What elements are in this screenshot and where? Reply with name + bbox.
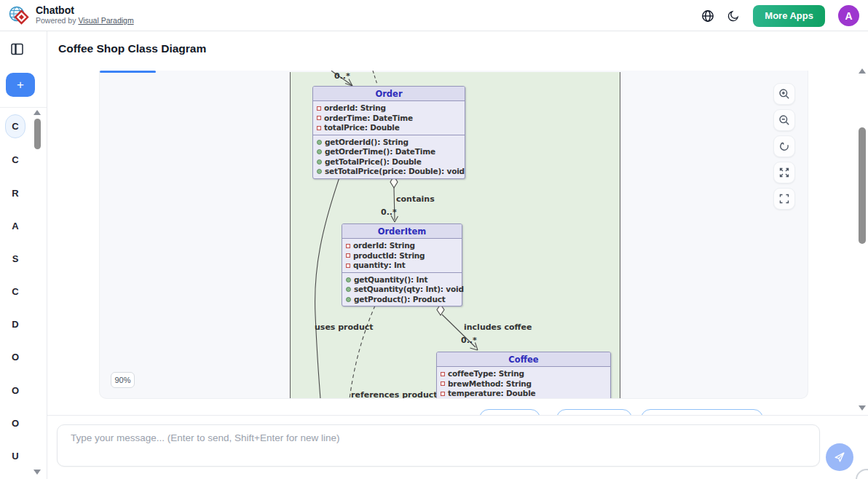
uml-class-coffee: Coffee coffeeType: String brewMethod: St… bbox=[436, 352, 611, 399]
page-title: Coffee Shop Class Diagram bbox=[58, 42, 206, 55]
scroll-up-arrow-icon[interactable] bbox=[33, 110, 41, 115]
attribute-icon bbox=[317, 126, 321, 130]
class-title: OrderItem bbox=[342, 224, 462, 239]
attribute: brewMethod: String bbox=[448, 379, 532, 389]
viewer-controls bbox=[773, 83, 795, 210]
attribute: quantity: Int bbox=[353, 261, 406, 271]
dark-mode-button[interactable] bbox=[727, 9, 740, 22]
scroll-down-arrow-icon[interactable] bbox=[859, 405, 866, 411]
more-apps-button[interactable]: More Apps bbox=[753, 5, 825, 27]
method-icon bbox=[317, 149, 322, 154]
sidebar-item-4[interactable]: S bbox=[4, 248, 26, 269]
sidebar-item-6[interactable]: D bbox=[4, 313, 26, 335]
message-input[interactable] bbox=[57, 424, 820, 467]
attribute: orderId: String bbox=[353, 241, 415, 251]
uml-class-orderitem: OrderItem orderId: String productId: Str… bbox=[342, 223, 462, 306]
reset-rotate-icon bbox=[778, 140, 790, 152]
sidebar-item-0[interactable]: C bbox=[5, 114, 25, 138]
attribute-icon bbox=[317, 106, 321, 111]
app-title: Chatbot bbox=[36, 5, 134, 16]
scroll-up-arrow-icon[interactable] bbox=[859, 68, 866, 74]
new-chat-button[interactable]: + bbox=[6, 73, 35, 97]
method-icon bbox=[317, 159, 322, 165]
attribute: coffeeType: String bbox=[448, 369, 524, 379]
zoom-out-icon bbox=[778, 114, 790, 126]
attribute-icon bbox=[346, 264, 350, 268]
class-title: Order bbox=[313, 87, 465, 101]
method: getOrderTime(): DateTime bbox=[325, 147, 435, 157]
sidebar-item-10[interactable]: U bbox=[4, 445, 26, 467]
expand-button[interactable] bbox=[773, 162, 795, 183]
reset-view-button[interactable] bbox=[773, 135, 795, 157]
sidebar-item-9[interactable]: O bbox=[4, 412, 26, 434]
edge-label-uses-product: uses product bbox=[315, 322, 374, 332]
method-icon bbox=[317, 140, 322, 145]
method-icon bbox=[317, 169, 322, 174]
attribute-icon bbox=[346, 244, 350, 248]
sidebar-scrollbar-thumb[interactable] bbox=[34, 119, 41, 149]
edge-label-contains: contains bbox=[396, 194, 435, 204]
method: getQuantity(): Int bbox=[354, 275, 427, 285]
chatbot-app: Chatbot Powered by Visual Paradigm bbox=[0, 0, 868, 479]
avatar[interactable]: A bbox=[838, 5, 859, 26]
multiplicity-label: 0..* bbox=[334, 71, 350, 81]
attribute-icon bbox=[441, 372, 445, 376]
attribute-icon bbox=[346, 253, 350, 258]
attribute: totalPrice: Double bbox=[324, 123, 400, 133]
panel-toggle-icon bbox=[11, 43, 23, 55]
navbar-actions: More Apps A bbox=[701, 0, 859, 31]
edge-label-references-product: references product bbox=[351, 390, 438, 399]
sidebar: + C C R A S C D O O O U bbox=[0, 31, 47, 479]
moon-icon bbox=[727, 9, 740, 22]
method: setQuantity(qty: Int): void bbox=[354, 285, 464, 295]
sidebar-item-3[interactable]: A bbox=[4, 215, 26, 237]
page-scrollbar-thumb[interactable] bbox=[859, 127, 866, 244]
page-scrollbar[interactable] bbox=[857, 66, 867, 415]
brand-text: Chatbot Powered by Visual Paradigm bbox=[36, 5, 134, 25]
sidebar-item-1[interactable]: C bbox=[4, 149, 26, 170]
method: getProduct(): Product bbox=[354, 295, 446, 305]
zoom-level-badge: 90% bbox=[111, 372, 135, 388]
send-paper-plane-icon bbox=[833, 451, 846, 464]
powered-by: Powered by Visual Paradigm bbox=[36, 16, 134, 25]
uml-class-order: Order orderId: String orderTime: DateTim… bbox=[312, 86, 465, 179]
fullscreen-icon bbox=[778, 193, 790, 205]
sidebar-item-5[interactable]: C bbox=[4, 280, 26, 302]
attribute-icon bbox=[441, 392, 445, 396]
expand-arrows-icon bbox=[778, 167, 790, 178]
visual-paradigm-logo-icon bbox=[9, 5, 29, 25]
scroll-down-arrow-icon[interactable] bbox=[33, 470, 41, 475]
attribute: orderId: String bbox=[324, 103, 386, 114]
sidebar-item-2[interactable]: R bbox=[4, 182, 26, 204]
top-navbar: Chatbot Powered by Visual Paradigm bbox=[0, 0, 868, 31]
chat-footer bbox=[0, 415, 868, 479]
globe-icon bbox=[701, 9, 714, 23]
method-icon bbox=[346, 287, 351, 292]
attribute: orderTime: DateTime bbox=[324, 114, 413, 124]
method-icon bbox=[346, 277, 351, 282]
sidebar-scrollbar[interactable] bbox=[33, 110, 42, 478]
zoom-in-button[interactable] bbox=[773, 83, 795, 105]
method-icon bbox=[346, 297, 351, 302]
attribute-icon bbox=[317, 116, 321, 120]
sidebar-item-7[interactable]: O bbox=[4, 346, 26, 368]
visual-paradigm-link[interactable]: Visual Paradigm bbox=[78, 16, 133, 25]
edge-label-includes-coffee: includes coffee bbox=[464, 322, 532, 332]
sidebar-divider bbox=[0, 107, 47, 108]
multiplicity-label: 0..* bbox=[461, 336, 477, 345]
attribute: productId: String bbox=[353, 251, 425, 261]
multiplicity-label: 0..* bbox=[381, 207, 397, 217]
attribute: temperature: Double bbox=[448, 389, 535, 399]
sidebar-item-8[interactable]: O bbox=[4, 379, 26, 401]
brand: Chatbot Powered by Visual Paradigm bbox=[9, 5, 134, 25]
attribute-icon bbox=[441, 381, 445, 386]
sidebar-toggle-button[interactable] bbox=[11, 43, 23, 55]
method: setTotalPrice(price: Double): void bbox=[325, 167, 465, 177]
class-title: Coffee bbox=[437, 352, 610, 367]
zoom-out-button[interactable] bbox=[773, 109, 795, 131]
fullscreen-button[interactable] bbox=[773, 188, 795, 210]
method: getOrderId(): String bbox=[325, 138, 409, 148]
language-globe-button[interactable] bbox=[701, 9, 714, 23]
send-button[interactable] bbox=[826, 443, 853, 471]
method: getTotalPrice(): Double bbox=[325, 157, 422, 167]
